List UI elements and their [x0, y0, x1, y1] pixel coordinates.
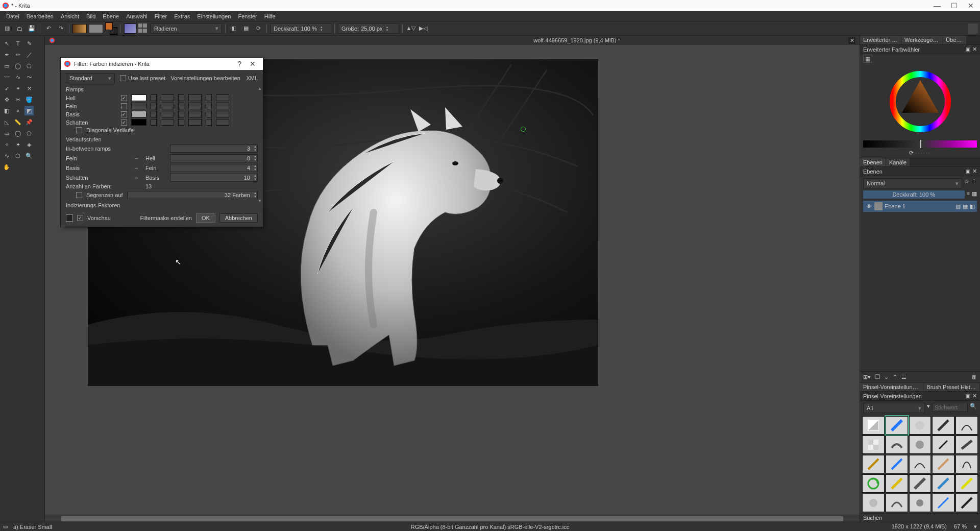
- layer-opacity-extra-icon[interactable]: ▦: [972, 190, 977, 199]
- limit-field[interactable]: 32 Farben▲▼: [127, 191, 258, 199]
- tool-line[interactable]: ／: [24, 50, 34, 59]
- cancel-button[interactable]: Abbrechen: [219, 213, 258, 223]
- brush-preset[interactable]: [932, 474, 954, 493]
- size-field[interactable]: Größe: 25,00 px ▲▼: [338, 23, 399, 34]
- brush-settings-button[interactable]: [138, 23, 149, 34]
- layer-opacity-menu-icon[interactable]: ≡: [967, 190, 970, 199]
- tool-ellipse[interactable]: ◯: [13, 61, 22, 70]
- tool-edit-shapes[interactable]: ✎: [24, 39, 34, 48]
- tool-freehand-path[interactable]: 〜: [24, 73, 34, 82]
- ramp-swatch[interactable]: [151, 103, 157, 109]
- tool-assistant[interactable]: ◺: [2, 117, 11, 127]
- tool-bezier[interactable]: ∿: [13, 73, 22, 82]
- tool-multibrush[interactable]: ✴: [13, 84, 22, 93]
- ramp-swatch[interactable]: [161, 119, 174, 126]
- preserve-alpha-button[interactable]: ▦: [241, 23, 251, 34]
- window-minimize-button[interactable]: —: [934, 2, 941, 10]
- brush-preset[interactable]: [909, 474, 932, 493]
- brush-preset[interactable]: [932, 416, 954, 435]
- tab-color-selector[interactable]: Erweiterter Farbwäh…: [860, 36, 901, 44]
- tool-fill[interactable]: 🪣: [24, 95, 34, 104]
- layers-close-icon[interactable]: ✕: [972, 168, 977, 175]
- brush-preset[interactable]: [862, 455, 885, 473]
- ramp-swatch[interactable]: [206, 103, 212, 109]
- document-tab-name[interactable]: wolf-4496659_1920.jpg (9,4 MiB) *: [305, 37, 848, 43]
- ramp-schatten-color[interactable]: [131, 119, 146, 126]
- delete-layer-button[interactable]: 🗑: [971, 374, 977, 380]
- tool-rectangle[interactable]: ▭: [2, 61, 11, 70]
- tool-move-layer[interactable]: ✥: [2, 95, 11, 104]
- blend-fav-icon[interactable]: ☆: [964, 178, 969, 188]
- ramp-swatch[interactable]: [151, 119, 157, 126]
- tool-transform[interactable]: ⤧: [24, 84, 34, 93]
- brush-preset[interactable]: [909, 455, 932, 473]
- menu-datei[interactable]: Datei: [3, 12, 22, 20]
- ramp-swatch[interactable]: [216, 119, 229, 126]
- brush-preset[interactable]: [909, 436, 932, 454]
- opacity-spinner[interactable]: ▲▼: [320, 26, 323, 32]
- blend-mode-combo[interactable]: Normal▾: [863, 178, 962, 188]
- menu-ansicht[interactable]: Ansicht: [58, 12, 82, 20]
- tool-polyline[interactable]: 〰: [2, 73, 11, 82]
- tool-smart-patch[interactable]: ◩: [24, 106, 34, 115]
- tool-gradient[interactable]: ◧: [2, 106, 11, 115]
- brush-preset[interactable]: [932, 436, 954, 454]
- brush-preset[interactable]: [862, 474, 885, 493]
- tool-select-free[interactable]: ✧: [2, 140, 11, 149]
- tool-select-magnetic[interactable]: ⬡: [13, 151, 22, 160]
- tool-text[interactable]: T: [13, 39, 22, 48]
- menu-hilfe[interactable]: Hilfe: [261, 12, 279, 20]
- mirror-vertical-button[interactable]: ▶◁: [418, 23, 428, 34]
- document-close-button[interactable]: ✕: [848, 37, 855, 44]
- brush-preset-combo[interactable]: Radieren ▾: [151, 23, 222, 34]
- hell-steps-field[interactable]: 8▲▼: [170, 154, 258, 162]
- tool-zoom[interactable]: 🔍: [24, 151, 34, 160]
- tool-select-similar[interactable]: ◈: [24, 140, 34, 149]
- brush-preset[interactable]: [862, 416, 885, 435]
- inbetween-field[interactable]: 3▲▼: [170, 144, 258, 153]
- ramp-swatch[interactable]: [188, 111, 202, 117]
- window-maximize-button[interactable]: ☐: [951, 2, 958, 10]
- dialog-scrollbar[interactable]: ▲▼: [258, 86, 262, 203]
- dock-close-icon[interactable]: ✕: [972, 46, 977, 53]
- ramp-swatch[interactable]: [188, 94, 202, 101]
- menu-bild[interactable]: Bild: [83, 12, 99, 20]
- brush-preset[interactable]: [932, 455, 954, 473]
- menu-auswahl[interactable]: Auswahl: [123, 12, 151, 20]
- limit-checkbox[interactable]: [76, 192, 82, 198]
- edit-presets-link[interactable]: Voreinstellungen bearbeiten: [170, 75, 240, 81]
- ramp-swatch[interactable]: [151, 94, 157, 101]
- workspace-chooser-button[interactable]: [968, 23, 978, 34]
- tool-polygon[interactable]: ⬠: [24, 61, 34, 70]
- link-icon[interactable]: ↔: [131, 165, 141, 171]
- add-layer-button[interactable]: ⊞▾: [863, 374, 871, 380]
- ramp-swatch[interactable]: [216, 103, 229, 109]
- brush-preset[interactable]: [886, 455, 908, 473]
- tool-reference[interactable]: 📌: [24, 117, 34, 127]
- opacity-field[interactable]: Deckkraft: 100 % ▲▼: [270, 23, 331, 34]
- tab-overview[interactable]: Übersi…: [943, 36, 966, 44]
- menu-einstellungen[interactable]: Einstellungen: [194, 12, 234, 20]
- color-wheel[interactable]: [860, 64, 980, 139]
- preset-combo[interactable]: Standard▾: [66, 73, 115, 83]
- color-slider[interactable]: [863, 140, 977, 148]
- create-filter-mask-link[interactable]: Filtermaske erstellen: [140, 215, 191, 221]
- ramp-swatch[interactable]: [206, 94, 212, 101]
- fg-bg-color-swatch[interactable]: [105, 22, 117, 35]
- brush-preset[interactable]: [886, 436, 908, 454]
- ramp-fein-color[interactable]: [131, 103, 146, 109]
- brush-preset[interactable]: [886, 474, 908, 493]
- tool-select-contiguous[interactable]: ✦: [13, 140, 22, 149]
- xml-link[interactable]: XML: [246, 75, 258, 81]
- brush-preset[interactable]: [862, 436, 885, 454]
- save-button[interactable]: 💾: [27, 23, 37, 34]
- dialog-close-button[interactable]: ✕: [246, 60, 260, 68]
- tool-select-ellipse[interactable]: ◯: [13, 129, 22, 138]
- brush-float-icon[interactable]: ▣: [965, 393, 970, 399]
- mirror-horizontal-button[interactable]: ▲▽: [406, 23, 416, 34]
- tab-tool-options[interactable]: Werkzeugoptio…: [901, 36, 942, 44]
- ramp-swatch[interactable]: [161, 94, 174, 101]
- tab-layers[interactable]: Ebenen: [860, 158, 886, 166]
- ramp-swatch[interactable]: [188, 119, 202, 126]
- ramp-swatch[interactable]: [216, 94, 229, 101]
